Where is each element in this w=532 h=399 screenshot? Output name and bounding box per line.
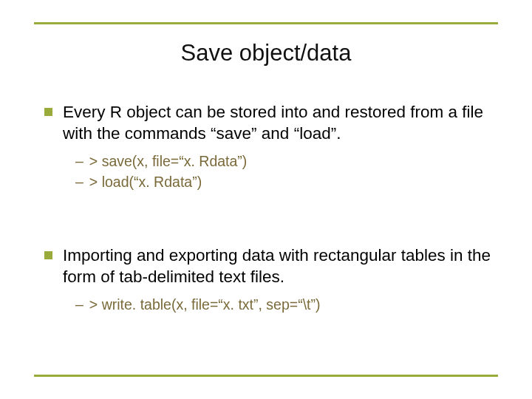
dash-bullet-icon: –	[75, 294, 83, 315]
sub-list: – > write. table(x, file=“x. txt”, sep=“…	[75, 294, 495, 315]
sub-list: – > save(x, file=“x. Rdata”) – > load(“x…	[75, 151, 495, 193]
dash-bullet-icon: –	[75, 171, 83, 192]
bottom-divider	[34, 375, 498, 377]
square-bullet-icon	[44, 108, 52, 116]
bullet-text: Importing and exporting data with rectan…	[63, 245, 495, 288]
sub-bullet-text: > save(x, file=“x. Rdata”)	[89, 151, 248, 171]
slide-body: Every R object can be stored into and re…	[44, 102, 495, 321]
sub-bullet-item: – > load(“x. Rdata”)	[75, 171, 495, 192]
square-bullet-icon	[44, 251, 52, 259]
spacer	[44, 198, 495, 245]
dash-bullet-icon: –	[75, 151, 83, 171]
sub-bullet-text: > load(“x. Rdata”)	[89, 171, 202, 192]
slide: Save object/data Every R object can be s…	[0, 0, 532, 399]
bullet-item: Every R object can be stored into and re…	[44, 102, 495, 145]
bullet-item: Importing and exporting data with rectan…	[44, 245, 495, 288]
sub-bullet-item: – > write. table(x, file=“x. txt”, sep=“…	[75, 294, 495, 315]
sub-bullet-text: > write. table(x, file=“x. txt”, sep=“\t…	[89, 294, 321, 315]
sub-bullet-item: – > save(x, file=“x. Rdata”)	[75, 151, 495, 171]
top-divider	[34, 22, 498, 24]
bullet-text: Every R object can be stored into and re…	[63, 102, 495, 145]
slide-title: Save object/data	[0, 40, 532, 66]
